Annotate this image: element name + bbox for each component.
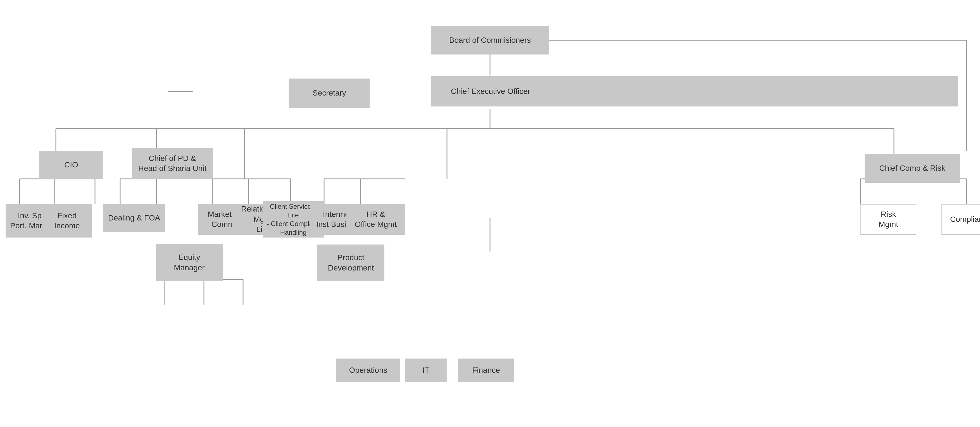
cio-label: CIO (64, 160, 78, 170)
dealing-foa-label: Dealing & FOA (108, 213, 161, 223)
ceo-label: Chief Executive Officer (451, 86, 530, 96)
org-chart: Board of Commisioners Secretary Chief Ex… (0, 0, 980, 427)
secretary-label: Secretary (313, 88, 346, 98)
equity-mgr-node: Equity Manager (156, 244, 223, 281)
hr-office-label: HR & Office Mgmt (355, 209, 397, 230)
equity-mgr-label: Equity Manager (174, 252, 205, 273)
finance-label: Finance (472, 365, 500, 375)
operations-node: Operations (336, 358, 400, 382)
fixed-income-label: Fixed Income (54, 211, 80, 231)
compliance-label: Compliance (950, 214, 980, 225)
it-node: IT (405, 358, 447, 382)
board-node: Board of Commisioners (431, 26, 549, 54)
wide-bar-node (550, 76, 958, 107)
product-dev-node: Product Development (317, 245, 384, 281)
compliance-node: Compliance (942, 204, 980, 235)
ceo-node: Chief Executive Officer (431, 76, 550, 107)
dealing-foa-node: Dealing & FOA (103, 204, 165, 232)
hr-office-node: HR & Office Mgmt (347, 204, 405, 235)
chief-pd-node: Chief of PD & Head of Sharia Unit (132, 148, 213, 179)
operations-label: Operations (349, 365, 388, 375)
chief-comp-label: Chief Comp & Risk (879, 163, 945, 173)
cio-node: CIO (39, 151, 103, 179)
risk-mgmt-label: Risk Mgmt (878, 209, 898, 230)
risk-mgmt-node: Risk Mgmt (861, 204, 916, 235)
fixed-income-node: Fixed Income (42, 204, 92, 237)
board-label: Board of Commisioners (449, 35, 531, 45)
product-dev-label: Product Development (328, 253, 374, 273)
chief-comp-node: Chief Comp & Risk (865, 154, 960, 183)
secretary-node: Secretary (289, 78, 370, 108)
finance-node: Finance (458, 358, 514, 382)
it-label: IT (423, 365, 430, 375)
chief-pd-label: Chief of PD & Head of Sharia Unit (138, 153, 207, 174)
